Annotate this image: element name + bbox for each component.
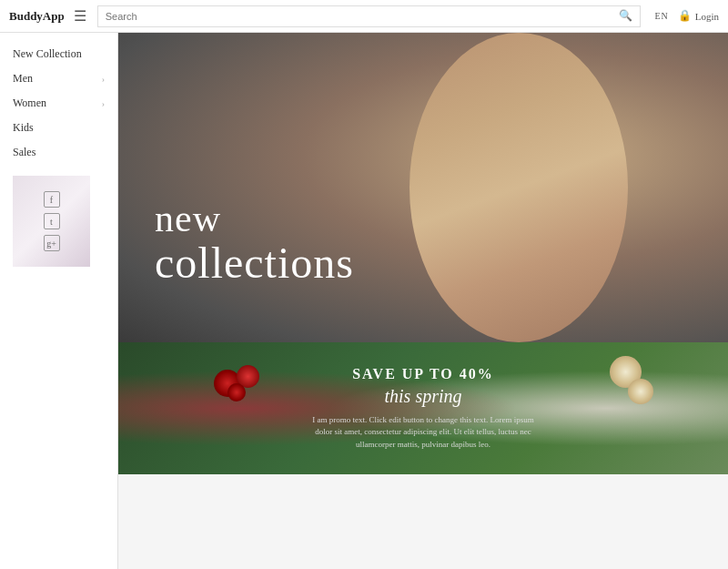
rose-decoration-left — [209, 361, 282, 433]
search-bar: 🔍 — [97, 5, 642, 27]
sidebar-nav: New Collection Men › Women › Kids Sales — [0, 42, 117, 165]
rose-petal — [228, 383, 246, 401]
hero-text: new collections — [155, 198, 354, 288]
flower-petal — [628, 379, 653, 404]
sidebar-item-men[interactable]: Men › — [0, 66, 117, 91]
sidebar: New Collection Men › Women › Kids Sales … — [0, 33, 118, 569]
hero-line2: collections — [155, 239, 354, 288]
search-input[interactable] — [106, 11, 620, 22]
login-button[interactable]: 🔒 Login — [678, 9, 719, 23]
googleplus-icon[interactable]: g+ — [44, 235, 60, 251]
sidebar-item-label: Sales — [13, 146, 35, 159]
sidebar-item-label: Women — [13, 97, 46, 110]
twitter-icon[interactable]: t — [44, 213, 60, 229]
language-selector[interactable]: EN — [654, 11, 668, 21]
chevron-down-icon: › — [102, 98, 105, 108]
sidebar-image-inner: f t g+ — [13, 176, 90, 267]
facebook-icon[interactable]: f — [44, 191, 60, 208]
sidebar-item-women[interactable]: Women › — [0, 91, 117, 116]
top-navbar: BuddyApp ☰ 🔍 EN 🔒 Login — [0, 0, 728, 33]
content-area: new collections SAVE UP TO 40% this spri… — [118, 33, 728, 569]
hero-model-image — [382, 33, 655, 342]
sidebar-item-new-collection[interactable]: New Collection — [0, 42, 117, 66]
promo-body: I am promo text. Click edit button to ch… — [305, 414, 541, 452]
sidebar-promo-image: f t g+ — [13, 176, 90, 267]
sidebar-item-label: Kids — [13, 121, 34, 135]
sidebar-item-label: New Collection — [13, 47, 82, 61]
promo-banner: SAVE UP TO 40% this spring I am promo te… — [118, 342, 728, 474]
main-layout: New Collection Men › Women › Kids Sales … — [0, 33, 728, 569]
hero-figure — [382, 33, 655, 342]
chevron-down-icon: › — [102, 74, 105, 84]
sidebar-item-sales[interactable]: Sales — [0, 140, 117, 165]
app-logo[interactable]: BuddyApp — [9, 9, 65, 24]
promo-text-block: SAVE UP TO 40% this spring I am promo te… — [305, 366, 541, 452]
hero-banner: new collections — [118, 33, 728, 342]
sidebar-social-icons: f t g+ — [44, 191, 60, 251]
promo-subtitle: this spring — [305, 386, 541, 407]
search-icon[interactable]: 🔍 — [619, 9, 632, 23]
flower-decoration-right — [601, 356, 673, 447]
hero-line1: new — [155, 198, 354, 239]
sidebar-item-kids[interactable]: Kids — [0, 116, 117, 140]
sidebar-item-label: Men — [13, 72, 33, 86]
lock-icon: 🔒 — [678, 9, 692, 23]
promo-title: SAVE UP TO 40% — [305, 366, 541, 382]
nav-right: EN 🔒 Login — [654, 9, 719, 23]
login-label: Login — [695, 11, 719, 22]
hamburger-icon[interactable]: ☰ — [74, 7, 86, 25]
